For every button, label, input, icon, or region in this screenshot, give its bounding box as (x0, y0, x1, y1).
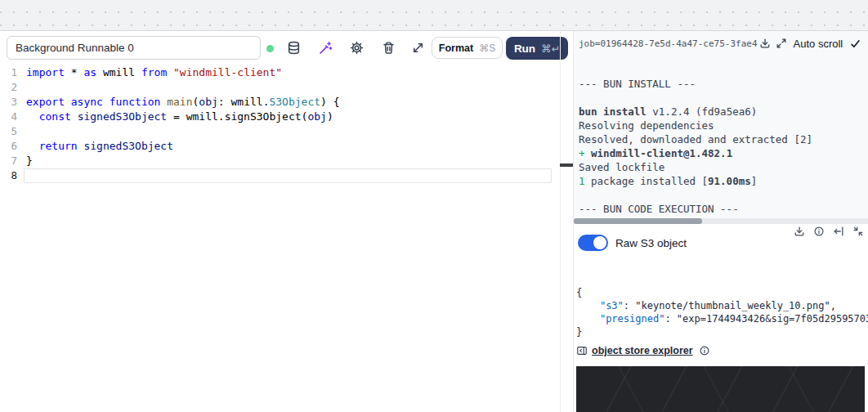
line-number: 1 (0, 65, 17, 80)
line-number: 3 (0, 95, 17, 110)
arrow-into-panel-icon[interactable] (833, 226, 844, 237)
result-toolbar (794, 226, 864, 237)
s3-image-preview[interactable]: Windmill Weekly (576, 366, 865, 412)
line-text: import * as wmill from "windmill-client" (26, 65, 282, 80)
job-id-text: job=01964428-7e5d-4a47-ce75-3fae4 (579, 38, 758, 49)
run-button[interactable]: Run ⌘↵ (506, 37, 568, 60)
line-text (579, 189, 585, 201)
line-text: return signedS3Object (26, 139, 173, 154)
format-button-label: Format (439, 43, 473, 54)
code-line[interactable]: 8 (0, 168, 573, 183)
job-log-output: --- BUN INSTALL --- bun install v1.2.4 (… (579, 77, 868, 217)
line-text: + windmill-client@1.482.1 (579, 147, 732, 159)
code-line[interactable]: 1import * as wmill from "windmill-client… (0, 65, 573, 80)
line-text: "s3": "keynote/thumbnail_weekly_10.png", (576, 300, 836, 311)
result-section: Raw S3 object { "s3": "keynote/thumbnail… (574, 224, 868, 412)
editor-scrollbar-gutter (560, 31, 561, 412)
line-text: { (576, 287, 582, 298)
object-store-panel-icon (576, 345, 588, 356)
log-line (579, 91, 868, 105)
line-text: } (576, 326, 582, 338)
preview-diagonal-pattern (576, 366, 865, 412)
line-text: 1 package installed [91.00ms] (579, 175, 757, 187)
download-result-icon[interactable] (794, 226, 805, 237)
code-line[interactable]: 2 (0, 80, 573, 95)
fullscreen-logs-icon[interactable] (776, 38, 787, 49)
log-horizontal-scrollbar[interactable] (574, 218, 868, 224)
run-shortcut: ⌘↵ (541, 43, 560, 55)
code-line[interactable]: 6 return signedS3Object (0, 139, 573, 154)
auto-scroll-label[interactable]: Auto scroll (794, 38, 843, 50)
line-text: export async function main(obj: wmill.S3… (26, 95, 340, 110)
line-text: --- BUN INSTALL --- (579, 78, 696, 90)
line-text (26, 124, 33, 139)
magic-wand-icon[interactable] (319, 41, 333, 55)
json-line: } (576, 325, 868, 338)
line-number: 6 (0, 139, 17, 154)
json-line: "presigned": "exp=1744943426&sig=7f05d29… (576, 312, 868, 325)
log-line: --- BUN INSTALL --- (579, 77, 868, 91)
line-text (26, 168, 33, 183)
format-button[interactable]: Format ⌘S (432, 37, 503, 59)
log-line: Resolved, downloaded and extracted [2] (579, 132, 868, 146)
json-line: { (576, 286, 868, 299)
log-line: Saved lockfile (579, 160, 868, 174)
job-header: job=01964428-7e5d-4a47-ce75-3fae4 Auto s… (579, 36, 865, 51)
code-line[interactable]: 4 const signedS3Object = wmill.signS3Obj… (0, 110, 573, 124)
run-button-label: Run (514, 43, 535, 55)
log-line: Resolving dependencies (579, 119, 868, 132)
line-number: 4 (0, 110, 17, 124)
line-text: bun install v1.2.4 (fd9a5ea6) (579, 105, 757, 118)
trash-icon[interactable] (382, 41, 396, 55)
log-section: job=01964428-7e5d-4a47-ce75-3fae4 Auto s… (574, 31, 868, 224)
code-line[interactable]: 7} (0, 154, 573, 168)
json-line: "s3": "keynote/thumbnail_weekly_10.png", (576, 299, 868, 312)
code-line[interactable]: 3export async function main(obj: wmill.S… (0, 95, 573, 110)
result-json-viewer: { "s3": "keynote/thumbnail_weekly_10.png… (576, 286, 868, 340)
collapse-icon[interactable] (852, 226, 864, 237)
code-line[interactable]: 5 (0, 124, 573, 139)
line-text: Resolving dependencies (579, 119, 714, 132)
log-line: + windmill-client@1.482.1 (579, 146, 868, 160)
run-output-panel: job=01964428-7e5d-4a47-ce75-3fae4 Auto s… (573, 31, 868, 412)
line-text: --- BUN CODE EXECUTION --- (579, 203, 739, 215)
scrollbar-thumb[interactable] (574, 218, 702, 224)
line-text (579, 92, 585, 104)
line-text (26, 80, 33, 95)
download-logs-icon[interactable] (759, 38, 771, 49)
line-number: 2 (0, 80, 17, 95)
raw-s3-toggle-label: Raw S3 object (615, 237, 687, 249)
object-store-explorer-row: object store explorer (576, 345, 710, 356)
status-dot (266, 45, 274, 52)
overview-ruler-cursor-mark (560, 163, 573, 167)
explorer-info-icon[interactable] (699, 345, 710, 356)
line-number: 8 (0, 168, 17, 183)
gear-icon[interactable] (350, 41, 364, 55)
line-text: Resolved, downloaded and extracted [2] (579, 133, 812, 146)
format-shortcut: ⌘S (479, 43, 495, 54)
code-editor[interactable]: 1import * as wmill from "windmill-client… (0, 65, 573, 412)
line-text: Saved lockfile (579, 161, 664, 173)
app-canvas-dotted-background (0, 0, 868, 31)
raw-s3-toggle-row: Raw S3 object (578, 235, 687, 251)
expand-icon[interactable] (411, 41, 425, 55)
line-text: "presigned": "exp=1744943426&sig=7f05d29… (576, 313, 868, 325)
runnable-name-input[interactable] (7, 36, 261, 60)
line-text: const signedS3Object = wmill.signS3Objec… (26, 110, 333, 124)
line-number: 7 (0, 154, 17, 168)
log-line: 1 package installed [91.00ms] (579, 174, 868, 188)
info-icon[interactable] (813, 226, 825, 237)
line-text: } (26, 154, 33, 168)
log-line: bun install v1.2.4 (fd9a5ea6) (579, 105, 868, 119)
toggle-knob (593, 236, 606, 249)
database-icon[interactable] (287, 41, 301, 55)
line-number: 5 (0, 124, 17, 139)
editor-panel: Format ⌘S Run ⌘↵ 1import * as wmill from… (0, 31, 573, 412)
log-line: --- BUN CODE EXECUTION --- (579, 202, 868, 216)
auto-scroll-checkbox-checked[interactable] (850, 38, 861, 49)
windmill-script-editor: Format ⌘S Run ⌘↵ 1import * as wmill from… (0, 0, 868, 412)
raw-s3-object-toggle-on[interactable] (578, 235, 608, 251)
object-store-explorer-link[interactable]: object store explorer (592, 345, 693, 356)
log-line (579, 188, 868, 202)
